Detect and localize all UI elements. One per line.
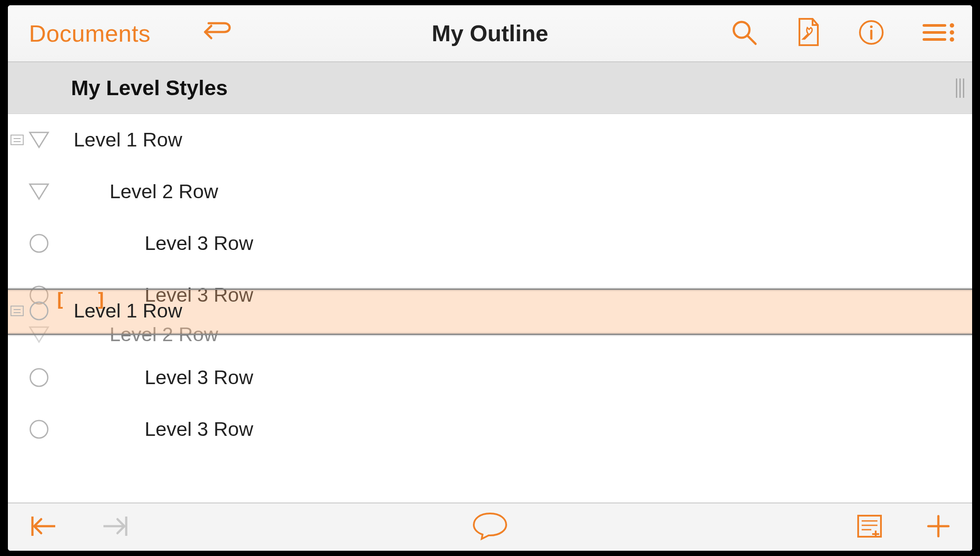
section-title: My Level Styles: [71, 76, 228, 100]
section-header: My Level Styles: [8, 62, 972, 114]
row-bullet-icon: [27, 299, 51, 323]
drop-target-border: [8, 334, 972, 335]
add-button[interactable]: [926, 513, 951, 541]
outline-row-level3[interactable]: Level 3 Row: [8, 352, 972, 403]
new-row-button[interactable]: [856, 513, 884, 541]
undo-icon: [199, 20, 237, 47]
outline-row-level3[interactable]: Level 3 Row: [8, 403, 972, 455]
outdent-button[interactable]: [29, 514, 58, 540]
row-bullet-icon[interactable]: [27, 366, 51, 389]
svg-marker-11: [30, 132, 48, 147]
svg-marker-12: [30, 184, 48, 199]
indent-icon: [101, 514, 130, 540]
svg-point-13: [30, 235, 48, 252]
search-button[interactable]: [730, 18, 758, 48]
svg-point-17: [30, 421, 48, 438]
svg-point-18: [30, 302, 48, 320]
indent-button[interactable]: [101, 514, 130, 540]
styles-button[interactable]: [796, 17, 820, 50]
info-icon: [858, 19, 884, 47]
row-text: Level 3 Row: [145, 232, 253, 255]
documents-button[interactable]: Documents: [29, 20, 151, 47]
row-bullet-icon[interactable]: [27, 417, 51, 441]
column-grip-icon[interactable]: [956, 78, 964, 98]
row-text: Level 2 Row: [110, 180, 218, 203]
undo-button[interactable]: [199, 20, 237, 47]
wrench-doc-icon: [796, 17, 820, 50]
svg-point-16: [30, 369, 48, 386]
row-bullet-icon[interactable]: [27, 232, 51, 255]
row-text: Level 3 Row: [145, 418, 253, 441]
row-text: Level 1 Row: [74, 128, 182, 151]
info-button[interactable]: [858, 19, 884, 47]
dragging-row[interactable]: Level 1 Row: [8, 296, 972, 326]
view-options-button[interactable]: [922, 21, 956, 46]
toolbar-bottom: [8, 503, 972, 551]
toolbar-top: Documents My Outline: [8, 5, 972, 62]
insertion-bracket-icon: ]: [96, 289, 107, 311]
svg-point-9: [950, 30, 954, 35]
list-options-icon: [922, 21, 956, 46]
svg-point-3: [870, 25, 873, 28]
insertion-bracket-icon: [: [54, 289, 65, 311]
outline-area: Level 1 Row Level 2 Row Level 3 Row: [8, 114, 972, 503]
svg-point-8: [950, 23, 954, 28]
disclosure-triangle-icon[interactable]: [27, 128, 51, 152]
new-row-icon: [856, 513, 884, 541]
note-indicator-icon: [11, 306, 24, 316]
plus-icon: [926, 513, 951, 541]
speech-bubble-icon: [471, 511, 509, 543]
outline-row-level1[interactable]: Level 1 Row: [8, 114, 972, 166]
outline-row-level3[interactable]: Level 3 Row: [8, 217, 972, 269]
add-note-button[interactable]: [471, 511, 509, 543]
outline-row-level2[interactable]: Level 2 Row: [8, 166, 972, 217]
row-text: Level 3 Row: [145, 366, 253, 389]
svg-point-10: [950, 37, 954, 42]
disclosure-triangle-icon[interactable]: [27, 180, 51, 203]
drop-target-border: [8, 289, 972, 290]
outdent-icon: [29, 514, 58, 540]
row-text: Level 1 Row: [74, 299, 182, 322]
search-icon: [730, 18, 758, 48]
svg-line-1: [748, 36, 756, 44]
note-indicator-icon[interactable]: [11, 135, 24, 145]
